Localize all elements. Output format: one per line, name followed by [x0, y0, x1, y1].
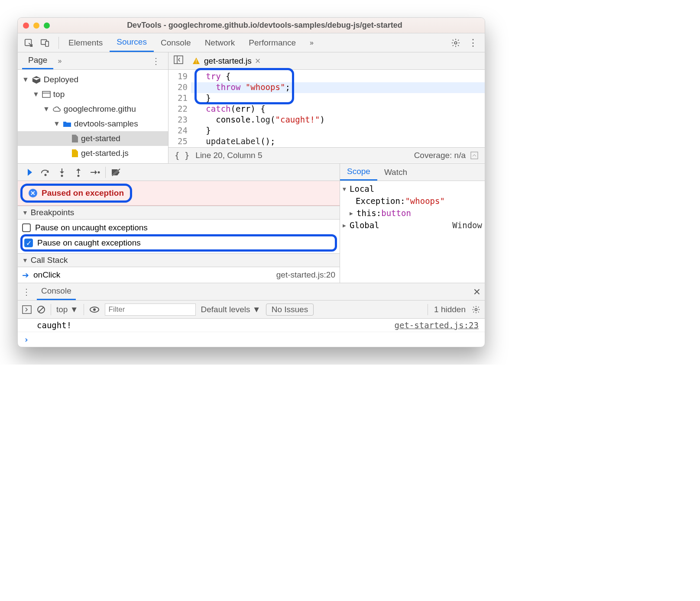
scope-pane: Scope Watch ▼Local Exception: "whoops" ▶…: [340, 164, 485, 283]
step-out-button[interactable]: [71, 165, 86, 180]
editor-pane: ! get-started.js × 19202122232425 try { …: [169, 52, 485, 163]
close-tab-icon[interactable]: ×: [255, 55, 261, 67]
svg-point-3: [454, 42, 457, 44]
editor-status-bar: { } Line 20, Column 5 Coverage: n/a: [169, 147, 485, 163]
svg-point-24: [475, 308, 477, 310]
tab-watch[interactable]: Watch: [377, 164, 414, 181]
traffic-lights: [23, 23, 50, 29]
svg-point-12: [61, 174, 63, 177]
close-icon[interactable]: [23, 23, 29, 29]
editor-file-tab[interactable]: ! get-started.js ×: [188, 55, 264, 67]
drawer-tab-console[interactable]: Console: [37, 283, 76, 300]
breakpoints-header[interactable]: ▼Breakpoints: [18, 206, 340, 220]
close-drawer-icon[interactable]: ×: [473, 285, 480, 299]
navigator-pane: Page » ⋮ ▼ Deployed ▼ top ▼ goog: [18, 52, 169, 163]
step-over-button[interactable]: [38, 165, 53, 180]
callstack-frame[interactable]: ➔ onClick get-started.js:20: [18, 267, 340, 283]
filter-input[interactable]: [105, 304, 196, 316]
scope-exception[interactable]: Exception: "whoops": [343, 195, 482, 207]
file-js-icon: [71, 149, 78, 158]
svg-point-14: [78, 174, 80, 177]
inspect-icon[interactable]: [24, 38, 33, 48]
console-source-link[interactable]: get-started.js:23: [395, 320, 479, 330]
nav-tabs-overflow[interactable]: »: [58, 57, 62, 65]
step-button[interactable]: [87, 165, 103, 180]
tab-sources[interactable]: Sources: [110, 33, 154, 52]
svg-point-10: [45, 174, 47, 176]
paused-banner: ✕ Paused on exception: [20, 184, 132, 203]
svg-rect-4: [42, 91, 50, 97]
console-prompt[interactable]: ›: [18, 332, 485, 347]
deactivate-breakpoints-button[interactable]: [108, 165, 124, 180]
window-title: DevTools - googlechrome.github.io/devtoo…: [50, 21, 480, 30]
debugger-toolbar: [18, 164, 340, 181]
devtools-window: DevTools - googlechrome.github.io/devtoo…: [17, 17, 485, 347]
tree-top[interactable]: ▼ top: [18, 87, 168, 102]
tree-file-html[interactable]: get-started: [18, 131, 168, 146]
pause-caught-checkbox[interactable]: ✓ Pause on caught exceptions: [20, 234, 337, 252]
svg-point-16: [98, 171, 100, 173]
tab-scope[interactable]: Scope: [340, 164, 377, 181]
coverage-label: Coverage: n/a: [414, 151, 466, 160]
step-into-button[interactable]: [54, 165, 70, 180]
nav-kebab-icon[interactable]: ⋮: [148, 56, 164, 66]
console-drawer: ⋮ Console × top ▼ Default levels ▼ No Is…: [18, 283, 485, 347]
scope-this[interactable]: ▶ this: button: [343, 207, 482, 219]
pause-uncaught-checkbox[interactable]: Pause on uncaught exceptions: [20, 221, 337, 234]
cursor-position: Line 20, Column 5: [195, 151, 262, 160]
console-message[interactable]: caught! get-started.js:23: [18, 319, 485, 332]
tab-elements[interactable]: Elements: [62, 33, 110, 52]
maximize-icon[interactable]: [44, 23, 50, 29]
tree-file-js[interactable]: get-started.js: [18, 146, 168, 161]
minimize-icon[interactable]: [33, 23, 39, 29]
frame-icon: [42, 91, 51, 98]
line-gutter: 19202122232425: [169, 70, 191, 147]
coverage-detail-icon[interactable]: [470, 151, 479, 160]
context-selector[interactable]: top ▼: [56, 305, 78, 314]
tree-root[interactable]: ▼ Deployed: [18, 72, 168, 87]
issues-button[interactable]: No Issues: [266, 304, 314, 316]
toggle-navigator-icon[interactable]: [169, 55, 188, 66]
main-tabbar: Elements Sources Console Network Perform…: [18, 33, 485, 52]
console-sidebar-icon[interactable]: [22, 305, 32, 314]
svg-line-21: [39, 307, 44, 312]
svg-rect-9: [471, 152, 478, 159]
callstack-header[interactable]: ▼Call Stack: [18, 253, 340, 267]
cube-icon: [32, 75, 41, 84]
tab-performance[interactable]: Performance: [242, 33, 303, 52]
tree-folder[interactable]: ▼ devtools-samples: [18, 116, 168, 131]
folder-icon: [63, 120, 71, 127]
scope-local[interactable]: ▼Local: [343, 183, 482, 195]
current-frame-icon: ➔: [22, 270, 29, 280]
pretty-print-icon[interactable]: { }: [175, 151, 189, 160]
live-expression-icon[interactable]: [89, 306, 100, 313]
console-body: caught! get-started.js:23 ›: [18, 319, 485, 347]
console-settings-icon[interactable]: [472, 305, 480, 314]
file-tree: ▼ Deployed ▼ top ▼ googlechrome.githu ▼: [18, 70, 168, 163]
console-toolbar: top ▼ Default levels ▼ No Issues 1 hidde…: [18, 300, 485, 319]
resume-button[interactable]: [21, 165, 37, 180]
cloud-icon: [52, 105, 61, 113]
close-circle-icon: ✕: [29, 189, 37, 197]
file-icon: [71, 134, 78, 143]
debugger-left-pane: ✕ Paused on exception ▼Breakpoints Pause…: [18, 164, 340, 283]
kebab-icon[interactable]: ⋮: [468, 37, 478, 48]
code-editor[interactable]: 19202122232425 try { throw "whoops"; } c…: [169, 70, 485, 147]
hidden-count: 1 hidden: [434, 305, 466, 314]
annotation-code-box: [194, 68, 294, 104]
titlebar: DevTools - googlechrome.github.io/devtoo…: [18, 18, 485, 33]
nav-tab-page[interactable]: Page: [22, 52, 53, 69]
tabs-overflow[interactable]: »: [303, 33, 321, 52]
scope-global[interactable]: ▶Global Window: [343, 219, 482, 231]
device-toolbar-icon[interactable]: [40, 38, 50, 48]
gear-icon[interactable]: [451, 38, 460, 48]
warning-icon: !: [192, 57, 201, 65]
tab-console[interactable]: Console: [154, 33, 198, 52]
tab-network[interactable]: Network: [198, 33, 242, 52]
clear-console-icon[interactable]: [37, 305, 45, 314]
tree-domain[interactable]: ▼ googlechrome.githu: [18, 102, 168, 116]
svg-text:!: !: [195, 58, 197, 65]
svg-point-23: [93, 308, 96, 311]
drawer-kebab-icon[interactable]: ⋮: [22, 287, 31, 297]
log-levels-selector[interactable]: Default levels ▼: [201, 305, 261, 314]
